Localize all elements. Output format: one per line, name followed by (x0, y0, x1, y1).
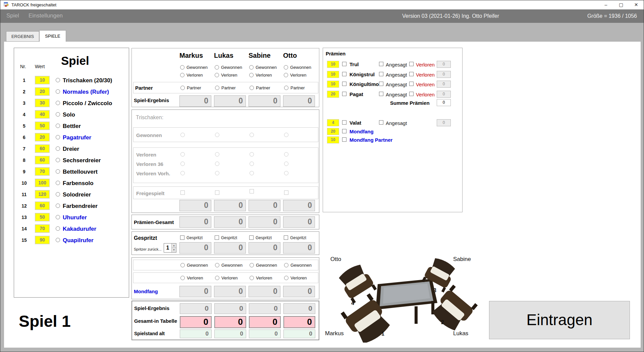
praemie-wert-field[interactable]: 10 (327, 71, 339, 78)
gewonnen-radio-otto[interactable] (284, 65, 288, 70)
mondfang-gewonnen-radio-sabine[interactable] (250, 263, 254, 267)
partner-radio-sabine[interactable] (250, 86, 254, 90)
game-radio[interactable] (56, 181, 60, 185)
application-window: TAROCK freigeschaltet – ▢ ✕ Spiel Einste… (0, 0, 644, 352)
game-radio[interactable] (56, 215, 60, 219)
mondfang-verloren-radio-sabine[interactable] (250, 276, 254, 280)
koenigstrul-verloren-checkbox[interactable] (409, 72, 414, 76)
game-radio[interactable] (56, 238, 60, 242)
mondfang-checkbox[interactable] (342, 129, 346, 133)
menu-einstellungen[interactable]: Einstellungen (29, 12, 63, 19)
mondfang-gewonnen-radio-markus[interactable] (180, 263, 185, 267)
koenigultimo-checkbox[interactable] (342, 82, 346, 86)
game-wert-field[interactable]: 50 (35, 213, 50, 221)
game-wert-field[interactable]: 60 (35, 156, 50, 164)
mondfang-value: 0 (214, 286, 246, 297)
game-name: Farbendreier (63, 202, 98, 211)
game-wert-field[interactable]: 50 (35, 122, 50, 130)
verloren-radio-lukas[interactable] (215, 73, 219, 77)
game-radio[interactable] (56, 101, 60, 105)
mondfang-gewonnen-radio-otto[interactable] (284, 263, 288, 267)
verloren-radio-otto[interactable] (284, 73, 288, 77)
game-radio[interactable] (56, 192, 60, 196)
gewonnen-radio-lukas[interactable] (215, 65, 219, 70)
mondfang-verloren-radio-lukas[interactable] (215, 276, 219, 280)
seat-number-3: 3 (433, 288, 436, 294)
game-wert-field[interactable]: 120 (35, 190, 50, 199)
game-wert-field[interactable]: 20 (35, 87, 50, 96)
spritzer-spinner[interactable]: 1 ▲ ▼ (164, 243, 176, 253)
partner-radio-markus[interactable] (180, 86, 185, 90)
game-wert-field[interactable]: 40 (35, 110, 50, 119)
game-nr: 1 (19, 76, 30, 85)
game-wert-field[interactable]: 70 (35, 167, 50, 176)
game-radio[interactable] (56, 112, 60, 117)
tab-spiele[interactable]: SPIELE (39, 30, 66, 42)
gewonnen-label: Gewonnen (290, 65, 311, 70)
gespritzt-checkbox-lukas[interactable] (215, 235, 219, 240)
trischaken-value: 0 (283, 200, 315, 211)
trul-verloren-checkbox[interactable] (409, 62, 414, 66)
game-radio[interactable] (56, 146, 60, 151)
gewonnen-radio-markus[interactable] (180, 65, 184, 70)
partner-radio-lukas[interactable] (215, 86, 219, 90)
valat-wert-field[interactable]: 4 (327, 119, 339, 126)
koenigstrul-checkbox[interactable] (342, 72, 346, 76)
partner-radio-otto[interactable] (284, 86, 288, 90)
menu-spiel[interactable]: Spiel (6, 12, 19, 19)
trul-checkbox[interactable] (342, 62, 346, 66)
koenigstrul-angesagt-checkbox[interactable] (379, 72, 383, 76)
verloren-radio-sabine[interactable] (249, 73, 254, 77)
maximize-button[interactable]: ▢ (613, 0, 629, 9)
valat-angesagt-checkbox[interactable] (379, 120, 383, 125)
verloren-radio-markus[interactable] (180, 73, 184, 77)
mondfang-gewonnen-radio-lukas[interactable] (215, 263, 219, 267)
game-wert-field[interactable]: 100 (35, 179, 50, 187)
game-wert-field[interactable]: 20 (35, 133, 50, 141)
mondfang-partner-checkbox[interactable] (342, 137, 346, 142)
spinner-up-icon[interactable]: ▲ (171, 244, 176, 248)
game-wert-field[interactable]: 90 (35, 236, 50, 244)
eintragen-button[interactable]: Eintragen (489, 301, 630, 339)
mondfang-partner-wert-field[interactable]: 10 (327, 136, 339, 143)
minimize-button[interactable]: – (598, 0, 613, 9)
tab-ergebnis[interactable]: ERGEBNIS (6, 31, 39, 42)
game-radio[interactable] (56, 135, 60, 139)
gewonnen-radio-sabine[interactable] (249, 65, 254, 70)
spinner-down-icon[interactable]: ▼ (171, 248, 176, 252)
game-radio[interactable] (56, 204, 60, 208)
game-radio[interactable] (56, 78, 60, 82)
game-wert-field[interactable]: 60 (35, 202, 50, 210)
koenigultimo-angesagt-checkbox[interactable] (379, 82, 383, 86)
praemie-wert-field[interactable]: 20 (327, 91, 339, 98)
close-button[interactable]: ✕ (629, 0, 644, 9)
mondfang-verloren-radio-markus[interactable] (180, 276, 185, 280)
pagat-angesagt-checkbox[interactable] (379, 92, 383, 96)
game-radio[interactable] (56, 226, 60, 231)
mondfang-verloren-radio-otto[interactable] (284, 276, 288, 280)
trul-angesagt-checkbox[interactable] (379, 62, 383, 66)
praemie-wert-field[interactable]: 10 (327, 61, 339, 68)
game-radio[interactable] (56, 158, 60, 162)
game-row: 620Pagatrufer (14, 133, 129, 142)
angesagt-label: Angesagt (386, 62, 407, 68)
game-radio[interactable] (56, 89, 60, 94)
gespritzt-checkbox-sabine[interactable] (249, 235, 254, 240)
trischaken-gewonnen-radio (215, 133, 219, 137)
valat-checkbox[interactable] (342, 120, 346, 125)
game-radio[interactable] (56, 124, 60, 128)
gespritzt-checkbox-otto[interactable] (284, 235, 288, 240)
pagat-checkbox[interactable] (342, 92, 346, 96)
game-nr: 15 (19, 236, 30, 245)
game-wert-field[interactable]: 30 (35, 99, 50, 107)
game-radio[interactable] (56, 169, 60, 174)
game-wert-field[interactable]: 70 (35, 224, 50, 233)
freigespielt-label: Freigespielt (136, 190, 164, 196)
mondfang-wert-field[interactable]: 20 (327, 128, 339, 135)
koenigultimo-verloren-checkbox[interactable] (409, 82, 414, 86)
praemie-wert-field[interactable]: 10 (327, 81, 339, 88)
game-wert-field[interactable]: 60 (35, 144, 50, 153)
game-wert-field[interactable]: 10 (35, 76, 50, 84)
gespritzt-checkbox-markus[interactable] (180, 235, 184, 240)
pagat-verloren-checkbox[interactable] (409, 92, 414, 96)
